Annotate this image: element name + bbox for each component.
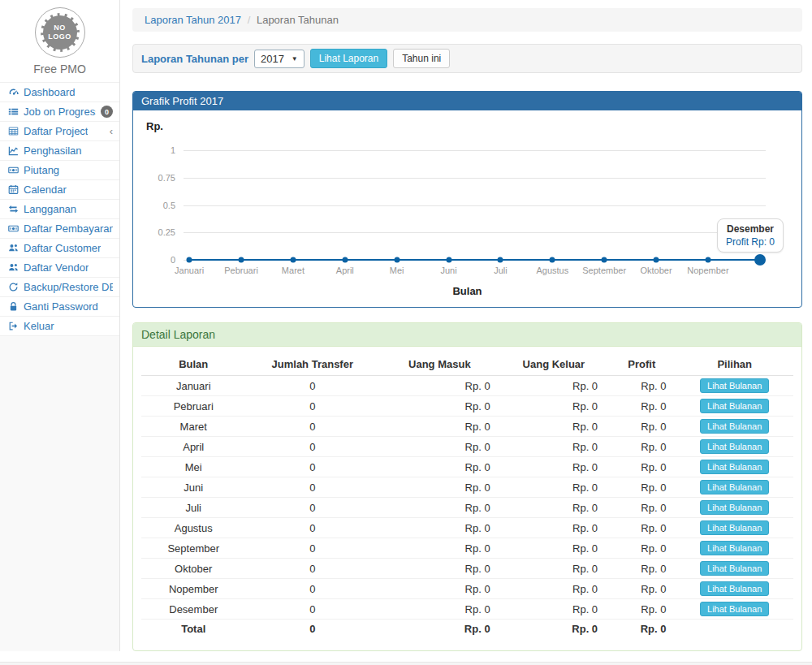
lihat-bulanan-button[interactable]: Lihat Bulanan bbox=[700, 500, 769, 515]
data-point-juli[interactable] bbox=[498, 257, 503, 263]
lihat-bulanan-button[interactable]: Lihat Bulanan bbox=[700, 399, 769, 413]
cell-jumlah-transfer: 0 bbox=[245, 579, 379, 599]
cell-uang-masuk: Rp. 0 bbox=[379, 457, 500, 477]
detail-report-panel: Detail Laporan BulanJumlah TransferUang … bbox=[132, 322, 802, 651]
sidebar-item-piutang[interactable]: Piutang bbox=[0, 161, 119, 180]
data-point-pebruari[interactable] bbox=[239, 257, 244, 263]
report-filter-bar: Laporan Tahunan per 2017 ▼ Lihat Laporan… bbox=[132, 44, 802, 73]
cell-bulan: Mei bbox=[141, 457, 245, 477]
lihat-bulanan-button[interactable]: Lihat Bulanan bbox=[700, 419, 769, 434]
lihat-bulanan-button[interactable]: Lihat Bulanan bbox=[700, 581, 769, 596]
money-icon bbox=[7, 223, 19, 235]
lihat-bulanan-button[interactable]: Lihat Bulanan bbox=[700, 520, 769, 535]
data-point-juni[interactable] bbox=[446, 257, 451, 263]
gridline: 0.5 bbox=[184, 205, 766, 206]
data-point-september[interactable] bbox=[602, 257, 607, 263]
sidebar-item-penghasilan[interactable]: Penghasilan bbox=[0, 141, 119, 161]
cell-pilihan: Lihat Bulanan bbox=[676, 457, 793, 477]
cell-uang-masuk: Rp. 0 bbox=[379, 498, 500, 518]
data-point-agustus[interactable] bbox=[550, 257, 555, 263]
lihat-bulanan-button[interactable]: Lihat Bulanan bbox=[700, 460, 769, 474]
retweet-icon bbox=[7, 204, 19, 215]
sidebar-item-job-on-progress[interactable]: Job on Progress0 bbox=[0, 102, 119, 122]
y-tick-label: 0 bbox=[143, 255, 175, 265]
lihat-laporan-button[interactable]: Lihat Laporan bbox=[310, 49, 387, 68]
gridline: 0.75 bbox=[184, 178, 766, 179]
table-row: September0Rp. 0Rp. 0Rp. 0Lihat Bulanan bbox=[141, 538, 793, 559]
lihat-bulanan-button[interactable]: Lihat Bulanan bbox=[700, 378, 769, 393]
cell-jumlah-transfer: 0 bbox=[245, 477, 379, 498]
cell-jumlah-transfer: 0 bbox=[245, 437, 379, 457]
cell-uang-keluar: Rp. 0 bbox=[500, 498, 607, 518]
breadcrumb-separator: / bbox=[248, 14, 251, 26]
cell-pilihan: Lihat Bulanan bbox=[676, 396, 793, 417]
data-point-maret[interactable] bbox=[290, 257, 296, 263]
sidebar-item-backup-restore-db[interactable]: Backup/Restore DB bbox=[0, 278, 119, 297]
cell-uang-masuk: Rp. 0 bbox=[379, 599, 500, 620]
x-tick-label: Januari bbox=[175, 266, 204, 275]
lihat-bulanan-button[interactable]: Lihat Bulanan bbox=[700, 602, 769, 616]
sidebar-item-label: Penghasilan bbox=[24, 145, 82, 157]
lihat-bulanan-button[interactable]: Lihat Bulanan bbox=[700, 541, 769, 555]
lihat-bulanan-button[interactable]: Lihat Bulanan bbox=[700, 439, 769, 454]
tahun-ini-button[interactable]: Tahun ini bbox=[393, 49, 450, 68]
cell-bulan: Total bbox=[141, 620, 245, 639]
cell-uang-masuk: Rp. 0 bbox=[379, 559, 500, 579]
cell-uang-keluar: Rp. 0 bbox=[500, 599, 607, 620]
data-point-desember[interactable] bbox=[754, 254, 766, 266]
chart-y-axis-label: Rp. bbox=[146, 120, 790, 132]
detail-panel-title: Detail Laporan bbox=[133, 323, 801, 347]
y-tick-label: 0.5 bbox=[143, 201, 175, 210]
table-row: Agustus0Rp. 0Rp. 0Rp. 0Lihat Bulanan bbox=[141, 518, 793, 538]
chart-x-tick-labels: JanuariPebruariMaretAprilMeiJuniJuliAgus… bbox=[184, 266, 766, 278]
chart-tooltip: Desember Profit Rp: 0 bbox=[717, 218, 784, 253]
refresh-icon bbox=[7, 282, 19, 293]
x-tick-label: Mei bbox=[390, 266, 404, 275]
year-select-value: 2017 bbox=[261, 53, 284, 65]
cell-bulan: Januari bbox=[141, 376, 245, 396]
x-tick-label: September bbox=[582, 266, 626, 275]
cell-profit: Rp. 0 bbox=[607, 559, 676, 579]
breadcrumb: Laporan Tahun 2017 / Laporan Tahunan bbox=[132, 8, 802, 32]
sidebar-item-langganan[interactable]: Langganan bbox=[0, 200, 119, 219]
tooltip-title: Desember bbox=[726, 223, 775, 235]
cell-uang-keluar: Rp. 0 bbox=[500, 477, 607, 498]
sidebar-item-keluar[interactable]: Keluar bbox=[0, 317, 119, 336]
sidebar-item-daftar-project[interactable]: Daftar Project‹ bbox=[0, 122, 119, 141]
chart-x-axis-label: Bulan bbox=[145, 285, 790, 297]
data-point-april[interactable] bbox=[342, 257, 348, 263]
sidebar-item-calendar[interactable]: Calendar bbox=[0, 180, 119, 200]
sidebar-item-daftar-customer[interactable]: Daftar Customer bbox=[0, 239, 119, 258]
cell-uang-masuk: Rp. 0 bbox=[379, 417, 500, 437]
cell-uang-masuk: Rp. 0 bbox=[379, 477, 500, 498]
breadcrumb-link[interactable]: Laporan Tahun 2017 bbox=[145, 14, 241, 26]
y-tick-label: 0.25 bbox=[143, 227, 175, 237]
chart-plot-area: Desember Profit Rp: 0 10.750.50.250 bbox=[184, 150, 766, 260]
year-select[interactable]: 2017 ▼ bbox=[254, 50, 304, 68]
data-point-nopember[interactable] bbox=[705, 257, 710, 263]
cell-profit: Rp. 0 bbox=[607, 538, 676, 559]
cell-bulan: Desember bbox=[141, 599, 245, 620]
breadcrumb-current: Laporan Tahunan bbox=[257, 14, 339, 26]
table-icon bbox=[7, 126, 19, 137]
y-tick-label: 0.75 bbox=[143, 173, 175, 183]
lihat-bulanan-button[interactable]: Lihat Bulanan bbox=[700, 561, 769, 576]
cell-bulan: Juni bbox=[141, 477, 245, 498]
cell-uang-masuk: Rp. 0 bbox=[379, 437, 500, 457]
data-point-oktober[interactable] bbox=[654, 257, 659, 263]
data-point-januari[interactable] bbox=[187, 257, 192, 263]
column-header-uang-masuk: Uang Masuk bbox=[379, 353, 500, 376]
brand-name: Free PMO bbox=[0, 63, 119, 76]
cell-uang-keluar: Rp. 0 bbox=[500, 559, 607, 579]
lock-icon bbox=[7, 301, 19, 313]
data-point-mei[interactable] bbox=[394, 257, 400, 263]
sidebar-item-ganti-password[interactable]: Ganti Password bbox=[0, 297, 119, 317]
sidebar-item-dashboard[interactable]: Dashboard bbox=[0, 83, 119, 102]
sidebar-item-label: Piutang bbox=[24, 164, 59, 176]
app-window: NO LOGO Free PMO DashboardJob on Progres… bbox=[0, 0, 812, 651]
cell-uang-keluar: Rp. 0 bbox=[500, 396, 607, 417]
sidebar-item-daftar-pembayaran[interactable]: Daftar Pembayaran bbox=[0, 219, 119, 239]
lihat-bulanan-button[interactable]: Lihat Bulanan bbox=[700, 480, 769, 494]
sidebar-item-daftar-vendor[interactable]: Daftar Vendor bbox=[0, 258, 119, 278]
cell-pilihan: Lihat Bulanan bbox=[676, 477, 793, 498]
